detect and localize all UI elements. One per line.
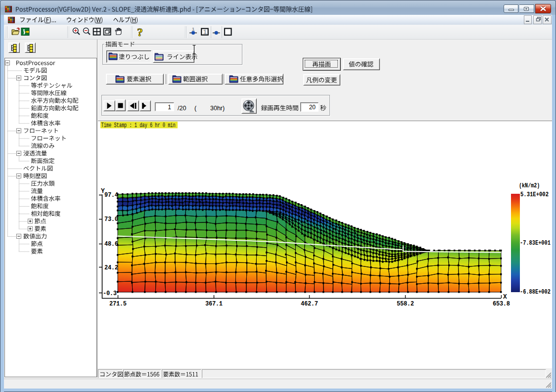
svg-text:48.6: 48.6: [104, 241, 118, 248]
svg-text:97.4: 97.4: [104, 192, 118, 199]
svg-text:73.0: 73.0: [104, 216, 118, 223]
svg-text:5.31E+002: 5.31E+002: [520, 191, 549, 198]
svg-text:367.1: 367.1: [205, 301, 223, 307]
svg-text:X: X: [503, 293, 507, 301]
svg-text:24.2: 24.2: [104, 264, 118, 271]
svg-text:Time Stamp : 1 day 6 hr 0 min: Time Stamp : 1 day 6 hr 0 min: [101, 122, 176, 129]
svg-text:-7.83E+001: -7.83E+001: [520, 240, 551, 246]
svg-text:Y: Y: [101, 187, 105, 195]
svg-text:1: 1: [203, 28, 207, 36]
svg-text:462.7: 462.7: [301, 301, 318, 307]
svg-text:-6.88E+002: -6.88E+002: [520, 289, 551, 295]
svg-text:558.2: 558.2: [397, 301, 414, 307]
svg-text:653.8: 653.8: [493, 301, 510, 307]
svg-text:(kN/m2): (kN/m2): [519, 182, 540, 189]
svg-text:1: 1: [192, 26, 195, 32]
svg-text:?: ?: [137, 26, 143, 39]
svg-text:-0.3: -0.3: [103, 290, 117, 297]
svg-text:271.5: 271.5: [109, 301, 127, 307]
